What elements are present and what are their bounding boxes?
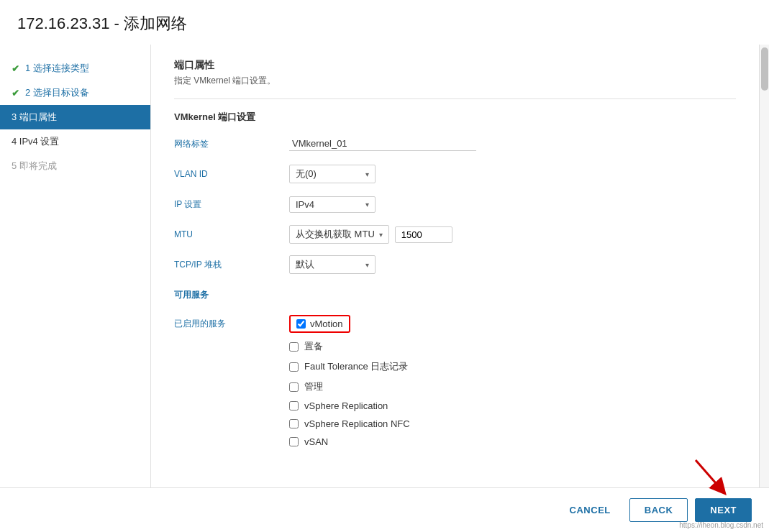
sidebar-item-step1[interactable]: ✔ 1 选择连接类型 (0, 56, 150, 81)
chevron-down-icon-tcpip: ▾ (365, 261, 369, 269)
chevron-down-icon-ip: ▾ (365, 201, 369, 208)
vlan-id-label: VLAN ID (174, 169, 289, 179)
check-icon-step2: ✔ (12, 88, 19, 98)
service-item-vsphere-replication: vSphere Replication (289, 400, 736, 411)
tcpip-label: TCP/IP 堆栈 (174, 259, 289, 271)
tcpip-field[interactable]: 默认 ▾ (289, 255, 736, 274)
ip-settings-select[interactable]: IPv4 ▾ (289, 196, 376, 213)
sidebar-item-label-step3: 3 端口属性 (12, 111, 57, 124)
services-list: vMotion 置备 Fault Tolerance 日志记录 (289, 315, 736, 454)
network-label-field (289, 137, 736, 151)
tcpip-select[interactable]: 默认 ▾ (289, 255, 376, 274)
mtu-select-value: 从交换机获取 MTU (296, 228, 375, 241)
vmotion-checkbox[interactable] (296, 319, 306, 329)
mtu-field: 从交换机获取 MTU ▾ (289, 225, 736, 244)
vsphere-replication-nfc-label: vSphere Replication NFC (304, 418, 410, 429)
provisioning-checkbox[interactable] (289, 342, 299, 352)
sidebar: ✔ 1 选择连接类型 ✔ 2 选择目标设备 3 端口属性 4 IPv4 设置 5… (0, 45, 151, 487)
scrollbar-thumb[interactable] (761, 47, 768, 91)
vmotion-label: vMotion (310, 318, 343, 329)
mtu-row: MTU 从交换机获取 MTU ▾ (174, 224, 736, 244)
ft-label: Fault Tolerance 日志记录 (304, 360, 408, 373)
management-checkbox[interactable] (289, 382, 299, 392)
sidebar-item-label-step1: 1 选择连接类型 (25, 62, 89, 75)
divider (174, 98, 736, 99)
watermark: https://iheon.blog.csdn.net (679, 521, 763, 529)
sidebar-item-label-step5: 5 即将完成 (12, 160, 57, 173)
subsection-title: VMkernel 端口设置 (174, 111, 736, 124)
cancel-button[interactable]: CANCEL (558, 499, 622, 521)
mtu-number-input[interactable] (395, 226, 452, 243)
tcpip-row: TCP/IP 堆栈 默认 ▾ (174, 254, 736, 275)
arrow-annotation (688, 457, 732, 496)
vlan-id-field[interactable]: 无(0) ▾ (289, 165, 736, 183)
tcpip-value: 默认 (296, 258, 361, 271)
vsphere-replication-checkbox[interactable] (289, 401, 299, 411)
chevron-down-icon: ▾ (365, 170, 369, 178)
service-item-ft: Fault Tolerance 日志记录 (289, 360, 736, 373)
vsan-label: vSAN (304, 436, 328, 447)
service-item-vmotion: vMotion (289, 315, 736, 333)
main-content: 端口属性 指定 VMkernel 端口设置。 VMkernel 端口设置 网络标… (151, 45, 759, 487)
sidebar-item-label-step4: 4 IPv4 设置 (12, 135, 59, 148)
sidebar-item-step5: 5 即将完成 (0, 154, 150, 178)
network-label-label: 网络标签 (174, 138, 289, 150)
scrollbar[interactable] (759, 45, 769, 487)
mtu-select[interactable]: 从交换机获取 MTU ▾ (289, 225, 389, 244)
sidebar-item-label-step2: 2 选择目标设备 (25, 86, 89, 99)
enabled-services-label: 已启用的服务 (174, 315, 289, 330)
enabled-services-row: 已启用的服务 vMotion 置备 (174, 315, 736, 454)
vsan-checkbox[interactable] (289, 437, 299, 446)
page-title: 172.16.23.31 - 添加网络 (0, 0, 769, 45)
section-title: 端口属性 (174, 59, 736, 72)
ip-settings-field[interactable]: IPv4 ▾ (289, 196, 736, 213)
provisioning-label: 置备 (304, 340, 323, 353)
network-label-input[interactable] (289, 137, 476, 151)
chevron-down-icon-mtu: ▾ (379, 231, 383, 239)
section-subtitle: 指定 VMkernel 端口设置。 (174, 75, 736, 87)
ip-settings-label: IP 设置 (174, 198, 289, 211)
vmotion-highlight-box: vMotion (289, 315, 350, 333)
sidebar-item-step3[interactable]: 3 端口属性 (0, 105, 150, 129)
vlan-id-value: 无(0) (296, 168, 361, 180)
sidebar-item-step2[interactable]: ✔ 2 选择目标设备 (0, 81, 150, 105)
ip-settings-row: IP 设置 IPv4 ▾ (174, 194, 736, 214)
vsphere-replication-nfc-checkbox[interactable] (289, 419, 299, 428)
mtu-label: MTU (174, 229, 289, 239)
footer: CANCEL BACK NEXT https://iheon.blog.csdn… (0, 487, 769, 532)
sidebar-item-step4[interactable]: 4 IPv4 设置 (0, 129, 150, 154)
vsphere-replication-label: vSphere Replication (304, 400, 388, 411)
vlan-id-select[interactable]: 无(0) ▾ (289, 165, 376, 183)
service-item-vsphere-replication-nfc: vSphere Replication NFC (289, 418, 736, 429)
back-button[interactable]: BACK (629, 498, 688, 522)
available-services-section: 可用服务 (174, 285, 736, 305)
check-icon-step1: ✔ (12, 63, 19, 74)
management-label: 管理 (304, 380, 323, 393)
ip-settings-value: IPv4 (296, 199, 361, 210)
service-item-vsan: vSAN (289, 436, 736, 447)
available-services-label: 可用服务 (174, 289, 289, 301)
svg-line-0 (696, 460, 721, 489)
network-label-row: 网络标签 (174, 134, 736, 154)
service-item-management: 管理 (289, 380, 736, 393)
vlan-id-row: VLAN ID 无(0) ▾ (174, 164, 736, 184)
next-button[interactable]: NEXT (695, 498, 752, 522)
service-item-provisioning: 置备 (289, 340, 736, 353)
ft-checkbox[interactable] (289, 362, 299, 372)
